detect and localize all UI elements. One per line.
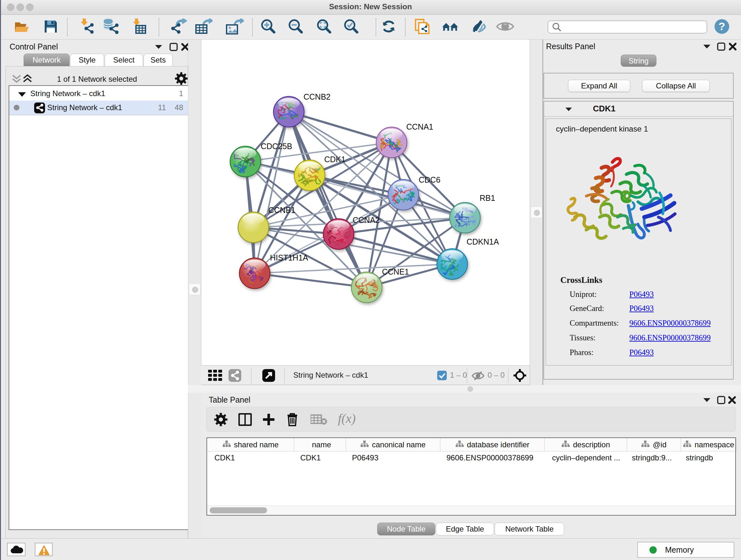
svg-text:CCNA1: CCNA1 <box>406 122 433 131</box>
svg-text:CDC25B: CDC25B <box>261 142 292 151</box>
svg-text:CCNE1: CCNE1 <box>382 267 409 276</box>
svg-text:CCNA2: CCNA2 <box>353 215 380 225</box>
svg-text:HIST1H1A: HIST1H1A <box>270 253 308 262</box>
svg-text:CDC6: CDC6 <box>419 175 441 184</box>
svg-text:CDKN1A: CDKN1A <box>467 237 499 246</box>
svg-text:RB1: RB1 <box>480 193 495 202</box>
svg-text:CCNB1: CCNB1 <box>268 206 295 214</box>
svg-text:CDK1: CDK1 <box>324 155 346 164</box>
svg-text:CCNB2: CCNB2 <box>304 92 331 101</box>
svg-text:?: ? <box>719 20 725 32</box>
